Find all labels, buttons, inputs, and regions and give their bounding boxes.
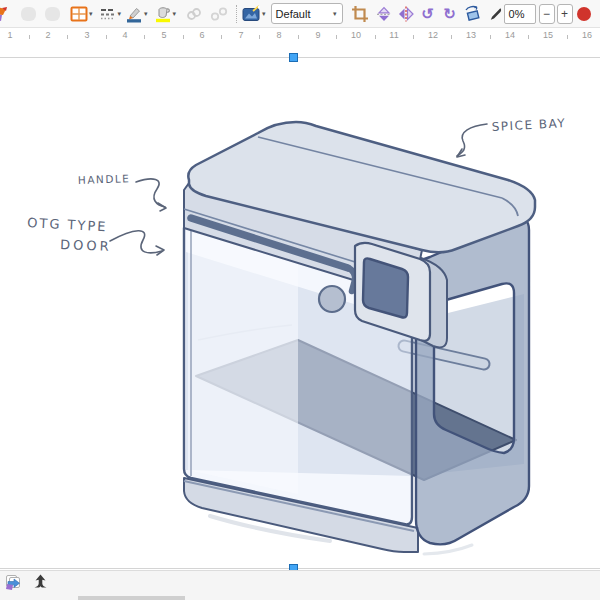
decrease-label: −	[543, 7, 550, 21]
toolbar: ▾ ▾ ▾ ▾	[0, 0, 600, 28]
undo-disabled-glyph	[21, 7, 36, 21]
rotate-left-glyph: ↺	[421, 5, 434, 23]
handle-arrow	[136, 179, 165, 207]
ruler-number: 14	[505, 30, 515, 40]
transparency-value: 0%	[509, 8, 525, 20]
status-bar	[0, 570, 600, 600]
ruler-number: 9	[315, 30, 320, 40]
ruler-number: 12	[428, 30, 438, 40]
modified-status-icon[interactable]	[5, 574, 24, 591]
transparency-glyph	[488, 7, 502, 21]
selection-handle-top[interactable]	[289, 53, 298, 62]
broken-link-icon[interactable]	[209, 4, 229, 24]
door-arrow	[110, 231, 162, 253]
ruler-number: 13	[466, 30, 476, 40]
red-color-indicator[interactable]	[577, 7, 591, 21]
ruler-number: 10	[351, 30, 361, 40]
selection-bottom-edge	[0, 568, 600, 569]
line-color-glyph	[125, 5, 143, 23]
link-icon[interactable]	[184, 4, 204, 24]
image-filter-dropdown-caret[interactable]: ▾	[262, 10, 266, 18]
clipped-icon-glyph	[0, 5, 9, 23]
flip-horizontally-glyph	[397, 5, 415, 23]
ruler-number: 7	[238, 30, 243, 40]
door-grip-notch	[319, 286, 345, 312]
redo-icon[interactable]	[42, 4, 62, 24]
clipped-toolbar-icon[interactable]	[0, 4, 10, 24]
annotation-handle: HANDLE	[78, 172, 131, 186]
crop-icon[interactable]	[350, 4, 370, 24]
line-style-glyph	[99, 5, 117, 23]
annotation-spice-bay: SPICE BAY	[491, 116, 566, 134]
image-mode-caret: ▾	[333, 10, 337, 18]
horizontal-ruler[interactable]: 1 2 3 4 5 6 7 8 9 10 11 12 13 14 15 16	[0, 28, 600, 46]
toolbar-separator	[236, 5, 237, 23]
broken-link-glyph	[210, 5, 228, 23]
ruler-number: 16	[582, 30, 592, 40]
application-window: ▾ ▾ ▾ ▾	[0, 0, 600, 600]
selected-image-sketch[interactable]: SPICE BAY HANDLE OTG TYPE DOOR	[0, 46, 600, 570]
ruler-number: 11	[389, 30, 398, 40]
image-mode-value: Default	[276, 8, 333, 20]
transparency-input[interactable]: 0%	[504, 4, 536, 24]
crop-glyph	[351, 5, 369, 23]
ruler-number: 3	[84, 30, 89, 40]
ruler-number: 5	[161, 30, 166, 40]
line-color-dropdown-caret[interactable]: ▾	[144, 10, 148, 18]
annotation-door: DOOR	[60, 237, 112, 254]
document-canvas[interactable]: SPICE BAY HANDLE OTG TYPE DOOR	[0, 46, 600, 570]
ruler-number: 15	[543, 30, 553, 40]
fill-color-icon[interactable]	[153, 4, 173, 24]
line-color-icon[interactable]	[124, 4, 144, 24]
decrease-button[interactable]: −	[539, 4, 555, 24]
selection-top-edge	[0, 57, 600, 58]
undo-icon[interactable]	[18, 4, 38, 24]
link-glyph	[185, 5, 203, 23]
image-filter-glyph	[242, 5, 262, 23]
fill-color-dropdown-caret[interactable]: ▾	[173, 10, 177, 18]
image-filter-icon[interactable]	[242, 4, 262, 24]
horizontal-scrollbar-thumb[interactable]	[78, 596, 185, 600]
line-style-dropdown-caret[interactable]: ▾	[118, 10, 122, 18]
rotate-right-glyph: ↻	[443, 5, 456, 23]
table-icon[interactable]	[69, 4, 89, 24]
rotate-right-icon[interactable]: ↻	[440, 4, 460, 24]
flip-vertically-glyph	[375, 5, 393, 23]
redo-disabled-glyph	[45, 7, 60, 21]
ruler-number: 6	[199, 30, 204, 40]
line-style-icon[interactable]	[98, 4, 118, 24]
ruler-number: 4	[122, 30, 127, 40]
image-mode-select[interactable]: Default ▾	[271, 3, 343, 24]
rotate-left-icon[interactable]: ↺	[418, 4, 438, 24]
increase-label: +	[561, 7, 568, 21]
fill-color-glyph	[154, 5, 172, 23]
table-glyph	[70, 5, 88, 23]
ruler-number: 2	[45, 30, 50, 40]
flip-horizontally-icon[interactable]	[396, 4, 416, 24]
anchor-icon	[33, 574, 49, 589]
free-rotate-glyph	[463, 5, 483, 23]
annotation-otg-type: OTG TYPE	[27, 215, 108, 234]
increase-button[interactable]: +	[557, 4, 573, 24]
ruler-number: 1	[7, 30, 12, 40]
transparency-icon	[488, 4, 502, 24]
flip-vertically-icon[interactable]	[374, 4, 394, 24]
free-rotate-icon[interactable]	[463, 4, 483, 24]
table-dropdown-caret[interactable]: ▾	[89, 10, 93, 18]
ruler-number: 8	[276, 30, 281, 40]
